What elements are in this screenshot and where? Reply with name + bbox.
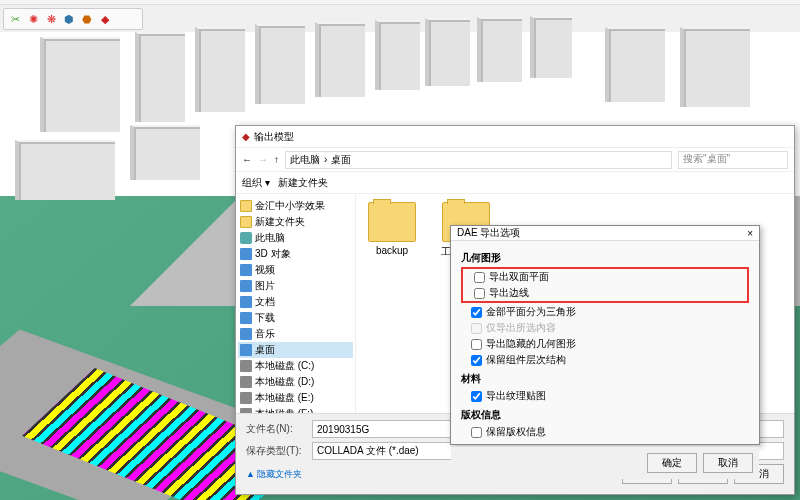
option-label: 导出双面平面: [489, 270, 549, 284]
tree-item[interactable]: 文档: [238, 294, 353, 310]
tree-item-label: 音乐: [255, 327, 275, 341]
options-cancel-button[interactable]: 取消: [703, 453, 753, 473]
option-row[interactable]: 保留版权信息: [461, 424, 749, 440]
tree-item[interactable]: 音乐: [238, 326, 353, 342]
close-icon[interactable]: ×: [747, 228, 753, 239]
option-row[interactable]: 导出边线: [464, 285, 746, 301]
tree-item-label: 下载: [255, 311, 275, 325]
filename-label: 文件名(N):: [246, 422, 306, 436]
back-button[interactable]: ←: [242, 154, 252, 165]
tree-item[interactable]: 本地磁盘 (E:): [238, 390, 353, 406]
tree-item-label: 视频: [255, 263, 275, 277]
ok-button[interactable]: 确定: [647, 453, 697, 473]
tree-item-label: 3D 对象: [255, 247, 291, 261]
checkbox[interactable]: [471, 427, 482, 438]
building: [605, 27, 665, 102]
option-label: 导出隐藏的几何图形: [486, 337, 576, 351]
building: [255, 24, 305, 104]
nav-bar: ← → ↑ 此电脑 › 桌面 搜索"桌面": [236, 148, 794, 172]
tree-item[interactable]: 本地磁盘 (F:): [238, 406, 353, 413]
tree-item-label: 图片: [255, 279, 275, 293]
checkbox[interactable]: [471, 339, 482, 350]
tree-item-label: 本地磁盘 (E:): [255, 391, 314, 405]
folder-icon: [240, 216, 252, 228]
pc-icon: [240, 232, 252, 244]
gear-red-icon[interactable]: ✺: [26, 12, 40, 26]
breadcrumb[interactable]: 此电脑 › 桌面: [285, 151, 672, 169]
checkbox: [471, 323, 482, 334]
folder-icon: [368, 202, 416, 242]
option-row: 仅导出所选内容: [461, 320, 749, 336]
tree-item[interactable]: 此电脑: [238, 230, 353, 246]
building-low: [130, 125, 200, 180]
up-button[interactable]: ↑: [274, 154, 279, 165]
breadcrumb-part[interactable]: 此电脑: [290, 153, 320, 167]
building: [530, 16, 572, 78]
option-label: 导出纹理贴图: [486, 389, 546, 403]
checkbox[interactable]: [471, 391, 482, 402]
checkbox[interactable]: [471, 355, 482, 366]
group-geometry: 几何图形: [461, 251, 749, 265]
checkbox[interactable]: [474, 272, 485, 283]
blue-icon: [240, 264, 252, 276]
folder-tree[interactable]: 金汇中小学效果新建文件夹此电脑3D 对象视频图片文档下载音乐桌面本地磁盘 (C:…: [236, 194, 356, 413]
tree-item-label: 金汇中小学效果: [255, 199, 325, 213]
tree-item[interactable]: 本地磁盘 (D:): [238, 374, 353, 390]
blue-icon: [240, 296, 252, 308]
folder-icon: [240, 200, 252, 212]
checkbox[interactable]: [471, 307, 482, 318]
tree-item-label: 文档: [255, 295, 275, 309]
option-label: 导出边线: [489, 286, 529, 300]
option-row[interactable]: 导出纹理贴图: [461, 388, 749, 404]
option-row[interactable]: 导出隐藏的几何图形: [461, 336, 749, 352]
tree-item[interactable]: 视频: [238, 262, 353, 278]
tree-item[interactable]: 本地磁盘 (C:): [238, 358, 353, 374]
new-folder-button[interactable]: 新建文件夹: [278, 176, 328, 190]
organize-menu[interactable]: 组织 ▾: [242, 176, 270, 190]
box-icon[interactable]: ⬢: [62, 12, 76, 26]
option-label: 保留版权信息: [486, 425, 546, 439]
folder-item[interactable]: backup: [364, 202, 420, 256]
tree-item[interactable]: 3D 对象: [238, 246, 353, 262]
option-label: 保留组件层次结构: [486, 353, 566, 367]
blue-icon: [240, 280, 252, 292]
blue-icon: [240, 328, 252, 340]
option-row[interactable]: 导出双面平面: [464, 269, 746, 285]
option-label: 仅导出所选内容: [486, 321, 556, 335]
tree-item-label: 此电脑: [255, 231, 285, 245]
hide-folders-link[interactable]: ▲ 隐藏文件夹: [246, 468, 302, 481]
building: [680, 27, 750, 107]
tree-item[interactable]: 图片: [238, 278, 353, 294]
building: [425, 18, 470, 86]
building: [135, 32, 185, 122]
building: [195, 27, 245, 112]
options-titlebar: DAE 导出选项 ×: [451, 226, 759, 241]
drive-icon: [240, 376, 252, 388]
blue-icon: [240, 344, 252, 356]
fwd-button[interactable]: →: [258, 154, 268, 165]
dialog-toolbar: 组织 ▾ 新建文件夹: [236, 172, 794, 194]
tree-item[interactable]: 新建文件夹: [238, 214, 353, 230]
option-row[interactable]: 金部平面分为三角形: [461, 304, 749, 320]
box-wood-icon[interactable]: ⬣: [80, 12, 94, 26]
search-input[interactable]: 搜索"桌面": [678, 151, 788, 169]
tree-item-label: 新建文件夹: [255, 215, 305, 229]
building: [477, 17, 522, 82]
breadcrumb-part[interactable]: 桌面: [331, 153, 351, 167]
tree-item[interactable]: 桌面: [238, 342, 353, 358]
app-menubar: [0, 0, 800, 5]
tree-item-label: 桌面: [255, 343, 275, 357]
ruby-icon: ◆: [242, 131, 250, 142]
ruby-icon[interactable]: ◆: [98, 12, 112, 26]
gear-red2-icon[interactable]: ❋: [44, 12, 58, 26]
scissors-icon[interactable]: ✂: [8, 12, 22, 26]
group-material: 材料: [461, 372, 749, 386]
checkbox[interactable]: [474, 288, 485, 299]
dae-options-dialog: DAE 导出选项 × 几何图形 导出双面平面导出边线金部平面分为三角形仅导出所选…: [450, 225, 760, 445]
building: [40, 37, 120, 132]
option-row[interactable]: 保留组件层次结构: [461, 352, 749, 368]
tree-item[interactable]: 金汇中小学效果: [238, 198, 353, 214]
drive-icon: [240, 360, 252, 372]
building-low: [15, 140, 115, 200]
tree-item[interactable]: 下载: [238, 310, 353, 326]
